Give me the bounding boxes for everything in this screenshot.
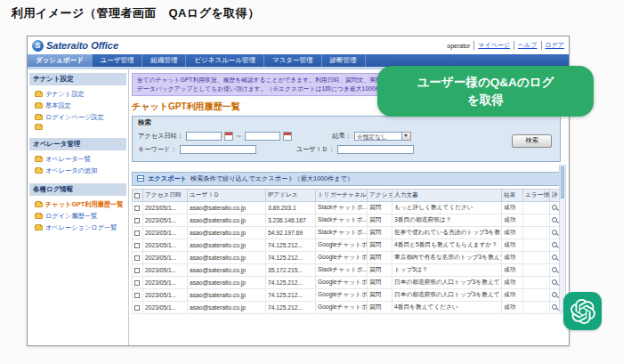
scrollbar-thumb[interactable] bbox=[561, 166, 564, 198]
column-header[interactable]: エラー情報 bbox=[523, 189, 550, 201]
detail-magnifier-icon[interactable] bbox=[552, 267, 557, 272]
column-header[interactable]: ユーザＩＤ bbox=[188, 189, 266, 201]
detail-magnifier-icon[interactable] bbox=[552, 304, 557, 310]
link-help[interactable]: ヘルプ bbox=[514, 41, 538, 50]
table-row[interactable]: 2023/05/1...asao@sateraito.co.jp74.125.2… bbox=[133, 301, 562, 313]
search-button[interactable]: 検索 bbox=[512, 134, 552, 148]
slide: 利用イメージ（管理者画面 QAログを取得） S Sateraito Office… bbox=[0, 0, 623, 364]
detail-magnifier-icon[interactable] bbox=[552, 242, 557, 247]
cell-user: asao@sateraito.co.jp bbox=[188, 214, 266, 226]
select-all-checkbox[interactable] bbox=[134, 193, 140, 198]
sidebar-item[interactable]: 基本設定 bbox=[28, 100, 128, 111]
sidebar-item[interactable]: ログインページ設定 bbox=[28, 111, 128, 123]
cell-channel: Googleチャットボ... bbox=[316, 301, 368, 313]
sidebar-item[interactable]: オペレータ一覧 bbox=[28, 153, 128, 165]
cell-result: 成功 bbox=[502, 251, 523, 263]
detail-magnifier-icon[interactable] bbox=[552, 230, 557, 235]
table-row[interactable]: 2023/05/1...asao@sateraito.co.jp3.236.14… bbox=[133, 214, 562, 226]
detail-magnifier-icon[interactable] bbox=[552, 292, 557, 297]
folder-icon bbox=[35, 168, 43, 174]
link-logout[interactable]: ログア bbox=[541, 41, 565, 50]
cell-error bbox=[523, 263, 550, 276]
sidebar-item[interactable]: オペレータの追加 bbox=[28, 165, 128, 176]
detail-magnifier-icon[interactable] bbox=[552, 279, 557, 285]
table-row[interactable]: 2023/05/1...asao@sateraito.co.jp54.92.19… bbox=[133, 226, 562, 239]
cell-channel: Googleチャットボ... bbox=[316, 251, 368, 263]
detail-magnifier-icon[interactable] bbox=[552, 205, 557, 210]
column-header[interactable]: IPアドレス bbox=[266, 189, 316, 201]
tab-5[interactable]: 診断管理 bbox=[322, 54, 366, 67]
sidebar-item-label: オペレーションログ一覧 bbox=[45, 223, 117, 232]
cell-user: asao@sateraito.co.jp bbox=[188, 239, 266, 251]
table-row[interactable]: 2023/05/1...asao@sateraito.co.jp35.172.2… bbox=[133, 263, 562, 276]
access-date-to-input[interactable] bbox=[245, 132, 280, 141]
tab-bar: ダッシュボードユーザ管理組織管理ビジネスルール管理マスター管理診断管理 bbox=[28, 54, 569, 67]
table-row[interactable]: 2023/05/1...asao@sateraito.co.jp74.125.2… bbox=[133, 276, 562, 288]
cell-ip: 74.125.212... bbox=[266, 276, 316, 288]
tab-1[interactable]: ユーザ管理 bbox=[93, 54, 143, 67]
link-mypage[interactable]: マイページ bbox=[473, 41, 510, 50]
cell-result: 成功 bbox=[502, 226, 523, 239]
log-table-head: アクセス日時ユーザＩＤIPアドレストリガーチャネル種別アクション種別入力文書結果… bbox=[133, 189, 562, 201]
sidebar-item[interactable] bbox=[28, 123, 128, 131]
search-row-1: アクセス日時： ～ 結果： ※指定なし bbox=[138, 132, 554, 141]
column-header[interactable]: アクセス日時 bbox=[143, 189, 188, 201]
sidebar-item[interactable]: ログイン履歴一覧 bbox=[28, 210, 128, 222]
cell-select bbox=[133, 214, 143, 226]
export-link[interactable]: エクスポート bbox=[148, 174, 187, 183]
cell-date: 2023/05/1... bbox=[143, 301, 188, 313]
row-checkbox[interactable] bbox=[134, 280, 140, 286]
table-row[interactable]: 2023/05/1...asao@sateraito.co.jp74.125.2… bbox=[133, 288, 562, 301]
row-checkbox[interactable] bbox=[134, 305, 140, 311]
row-checkbox[interactable] bbox=[134, 206, 140, 211]
row-checkbox[interactable] bbox=[134, 243, 140, 248]
folder-icon bbox=[35, 125, 43, 130]
column-header[interactable]: アクション種別 bbox=[368, 189, 392, 201]
table-row[interactable]: 2023/05/1...asao@sateraito.co.jp74.125.2… bbox=[133, 239, 562, 251]
column-header[interactable]: トリガーチャネル種別 bbox=[316, 189, 368, 201]
cell-result: 成功 bbox=[502, 288, 523, 301]
cell-result: 成功 bbox=[502, 201, 523, 214]
detail-magnifier-icon[interactable] bbox=[552, 217, 557, 222]
cell-date: 2023/05/1... bbox=[143, 201, 188, 214]
sidebar-item[interactable]: オペレーションログ一覧 bbox=[28, 222, 128, 233]
scrollbar[interactable] bbox=[559, 165, 566, 312]
column-header[interactable]: 結果 bbox=[502, 189, 523, 201]
folder-icon bbox=[35, 225, 43, 231]
callout-bubble: ユーザー様のQ&Aのログ を取得 bbox=[377, 66, 594, 117]
row-checkbox[interactable] bbox=[134, 218, 140, 223]
column-header[interactable]: 入力文書 bbox=[392, 189, 502, 201]
cell-error bbox=[523, 301, 550, 313]
table-row[interactable]: 2023/05/1...asao@sateraito.co.jp74.125.2… bbox=[133, 251, 562, 263]
tab-2[interactable]: 組織管理 bbox=[142, 54, 186, 67]
result-select[interactable]: ※指定なし bbox=[354, 132, 411, 141]
folder-icon bbox=[35, 202, 43, 207]
cell-error bbox=[523, 288, 550, 301]
tab-3[interactable]: ビジネスルール管理 bbox=[186, 54, 264, 67]
cell-date: 2023/05/1... bbox=[143, 276, 188, 288]
row-checkbox[interactable] bbox=[134, 255, 140, 261]
access-date-from-input[interactable] bbox=[186, 132, 222, 141]
row-checkbox[interactable] bbox=[134, 268, 140, 273]
cell-error bbox=[523, 251, 550, 263]
user-id-input[interactable] bbox=[337, 145, 414, 154]
table-row[interactable]: 2023/05/1...asao@sateraito.co.jp3.89.203… bbox=[133, 201, 562, 214]
calendar-icon[interactable] bbox=[224, 132, 233, 141]
export-note: 検索条件で絞り込んでエクスポート（最大1000件まで） bbox=[190, 174, 353, 183]
sidebar-item-label: オペレータの追加 bbox=[45, 166, 97, 175]
calendar-icon[interactable] bbox=[283, 132, 292, 141]
row-checkbox[interactable] bbox=[134, 293, 140, 298]
folder-icon bbox=[35, 157, 43, 162]
detail-magnifier-icon[interactable] bbox=[552, 255, 557, 260]
cell-input: 日本の都道府県の人口トップ3を教えてくださ... bbox=[392, 288, 502, 301]
tab-4[interactable]: マスター管理 bbox=[264, 54, 322, 67]
cell-select bbox=[133, 276, 143, 288]
keyword-input[interactable] bbox=[180, 145, 256, 154]
sidebar-item[interactable]: チャットGPT利用履歴一覧 bbox=[28, 198, 128, 210]
sidebar: テナント設定テナント設定基本設定ログインページ設定オペレータ管理オペレータ一覧オ… bbox=[28, 69, 129, 345]
sidebar-item[interactable]: テナント設定 bbox=[28, 88, 128, 100]
cell-error bbox=[523, 239, 550, 251]
tab-0[interactable]: ダッシュボード bbox=[28, 54, 93, 67]
cell-error bbox=[523, 226, 550, 239]
row-checkbox[interactable] bbox=[134, 231, 140, 236]
